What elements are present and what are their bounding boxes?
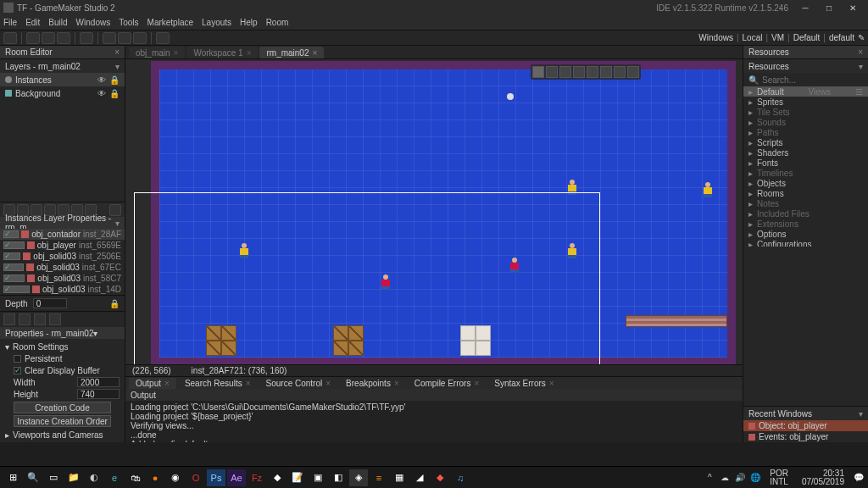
depth-field[interactable]: 0 bbox=[33, 298, 67, 308]
resource-default[interactable]: ▸Default Views ☰ bbox=[743, 86, 868, 97]
stop-button[interactable] bbox=[156, 32, 170, 44]
expand-icon[interactable]: ▸ bbox=[748, 158, 754, 168]
instance-layer-props-header[interactable]: Instances Layer Properties - rm_m... ▾ bbox=[0, 217, 125, 229]
clean-button[interactable] bbox=[133, 32, 147, 44]
zoom-reset-button[interactable] bbox=[573, 66, 585, 78]
obj-block[interactable] bbox=[476, 325, 491, 341]
resource-sprites[interactable]: ▸Sprites bbox=[743, 97, 868, 107]
grid-toggle[interactable] bbox=[532, 66, 544, 78]
expand-icon[interactable]: ▸ bbox=[748, 97, 754, 107]
chevron-down-icon[interactable]: ▾ bbox=[859, 62, 863, 71]
resource-extensions[interactable]: ▸Extensions bbox=[743, 219, 868, 229]
close-icon[interactable]: × bbox=[549, 379, 554, 388]
visibility-icon[interactable]: 👁 bbox=[97, 89, 106, 98]
obj-block[interactable] bbox=[476, 341, 491, 356]
chevron-down-icon[interactable]: ▾ bbox=[115, 62, 120, 71]
instance-row[interactable]: obj_solid03inst_2506E bbox=[0, 251, 125, 262]
maximize-button[interactable]: □ bbox=[817, 3, 841, 13]
notepad-icon[interactable]: 📝 bbox=[288, 469, 307, 486]
resource-options[interactable]: ▸Options bbox=[743, 229, 868, 239]
height-field[interactable]: 740 bbox=[77, 389, 120, 399]
resources-tab[interactable]: Resources × bbox=[743, 46, 868, 59]
github-icon[interactable]: ◆ bbox=[268, 469, 287, 486]
menu-tools[interactable]: Tools bbox=[119, 18, 138, 27]
photoshop-icon[interactable]: Ps bbox=[207, 469, 225, 486]
menu-edit[interactable]: Edit bbox=[25, 18, 40, 27]
width-field[interactable]: 2000 bbox=[77, 377, 120, 387]
close-icon[interactable]: × bbox=[326, 379, 331, 388]
output-tab-searchresults[interactable]: Search Results× bbox=[178, 378, 258, 389]
close-icon[interactable]: × bbox=[474, 379, 479, 388]
obj-crate[interactable] bbox=[221, 325, 236, 341]
output-tab-output[interactable]: Output× bbox=[129, 378, 176, 389]
obj-crate[interactable] bbox=[333, 325, 348, 341]
view-settings-button[interactable] bbox=[600, 66, 612, 78]
visibility-icon[interactable]: 👁 bbox=[97, 75, 106, 85]
sublime-icon[interactable]: ≡ bbox=[370, 469, 388, 486]
save-button[interactable] bbox=[57, 32, 70, 44]
mini-btn-2[interactable] bbox=[19, 313, 31, 325]
instance-row[interactable]: obj_playerinst_6569E bbox=[0, 240, 125, 251]
app-icon[interactable]: ▦ bbox=[390, 469, 409, 486]
close-icon[interactable]: × bbox=[313, 48, 318, 58]
filezilla-icon[interactable]: Fz bbox=[248, 469, 266, 486]
expand-icon[interactable]: ▸ bbox=[748, 209, 754, 219]
resource-scripts[interactable]: ▸Scripts bbox=[743, 137, 868, 147]
play-button[interactable] bbox=[614, 66, 626, 78]
aftereffects-icon[interactable]: Ae bbox=[227, 469, 246, 486]
resource-notes[interactable]: ▸Notes bbox=[743, 198, 868, 208]
instance-row[interactable]: obj_contadorinst_28AF bbox=[0, 229, 125, 240]
obj-crate[interactable] bbox=[348, 325, 364, 341]
expand-icon[interactable]: ▸ bbox=[748, 179, 754, 188]
expand-icon[interactable]: ▸ bbox=[748, 199, 754, 208]
expand-icon[interactable]: ▸ bbox=[748, 169, 754, 178]
recent-window[interactable]: Events: obj_player bbox=[743, 431, 868, 442]
persistent-checkbox[interactable] bbox=[14, 355, 21, 363]
run-button[interactable] bbox=[103, 32, 116, 44]
instance-checkbox[interactable] bbox=[3, 263, 24, 271]
instance-checkbox[interactable] bbox=[3, 274, 25, 282]
explorer-icon[interactable]: 📁 bbox=[64, 469, 83, 486]
notifications-icon[interactable]: 💬 bbox=[853, 473, 865, 482]
edge-icon[interactable]: e bbox=[105, 469, 124, 486]
opera-icon[interactable]: O bbox=[186, 469, 205, 486]
git-icon[interactable]: ◆ bbox=[431, 469, 449, 486]
volume-icon[interactable]: 🔊 bbox=[734, 473, 746, 482]
resource-timelines[interactable]: ▸Timelines bbox=[743, 168, 868, 178]
mini-btn-1[interactable] bbox=[3, 313, 15, 325]
onedrive-icon[interactable]: ☁ bbox=[719, 473, 731, 482]
menu-build[interactable]: Build bbox=[48, 18, 67, 27]
cleardisplay-checkbox[interactable] bbox=[14, 367, 21, 374]
menu-help[interactable]: Help bbox=[240, 18, 258, 27]
target-default[interactable]: Default bbox=[793, 33, 821, 42]
resource-configurations[interactable]: ▸Configurations bbox=[743, 239, 868, 247]
instance-row[interactable]: obj_solid03inst_58C7 bbox=[0, 273, 125, 284]
app-icon[interactable]: ▣ bbox=[309, 469, 327, 486]
chevron-down-icon[interactable]: ▾ bbox=[115, 219, 120, 228]
layers-header[interactable]: Layers - rm_main02 ▾ bbox=[0, 59, 125, 73]
expand-icon[interactable]: ▸ bbox=[748, 240, 754, 247]
resource-fonts[interactable]: ▸Fonts bbox=[743, 158, 868, 168]
recent-windows-header[interactable]: Recent Windows ▾ bbox=[743, 407, 868, 420]
properties-header[interactable]: Properties - rm_main02 ▾ bbox=[0, 327, 125, 339]
menu-windows[interactable]: Windows bbox=[76, 18, 111, 27]
instance-checkbox[interactable] bbox=[3, 230, 19, 238]
persistent-row[interactable]: Persistent bbox=[14, 352, 120, 364]
obj-crate[interactable] bbox=[206, 325, 221, 341]
chrome-icon[interactable]: ◉ bbox=[166, 469, 185, 486]
expand-icon[interactable]: ▸ bbox=[748, 230, 754, 239]
obj-ball[interactable] bbox=[507, 93, 514, 100]
zoom-out-button[interactable] bbox=[559, 66, 571, 78]
lock-icon[interactable]: 🔒 bbox=[109, 75, 120, 85]
steam-icon[interactable]: ◐ bbox=[85, 469, 103, 486]
instance-checkbox[interactable] bbox=[3, 286, 30, 293]
expand-icon[interactable]: ▸ bbox=[748, 118, 754, 127]
taskbar-datetime[interactable]: 20:31 07/05/2019 bbox=[797, 469, 849, 486]
obj-bricks[interactable] bbox=[626, 315, 727, 327]
new-button[interactable] bbox=[26, 32, 40, 44]
resource-shaders[interactable]: ▸Shaders bbox=[743, 147, 868, 158]
minimize-button[interactable]: ─ bbox=[793, 3, 817, 13]
menu-marketplace[interactable]: Marketplace bbox=[147, 18, 193, 27]
open-button[interactable] bbox=[42, 32, 55, 44]
obj-npc-yellow[interactable] bbox=[702, 182, 714, 197]
